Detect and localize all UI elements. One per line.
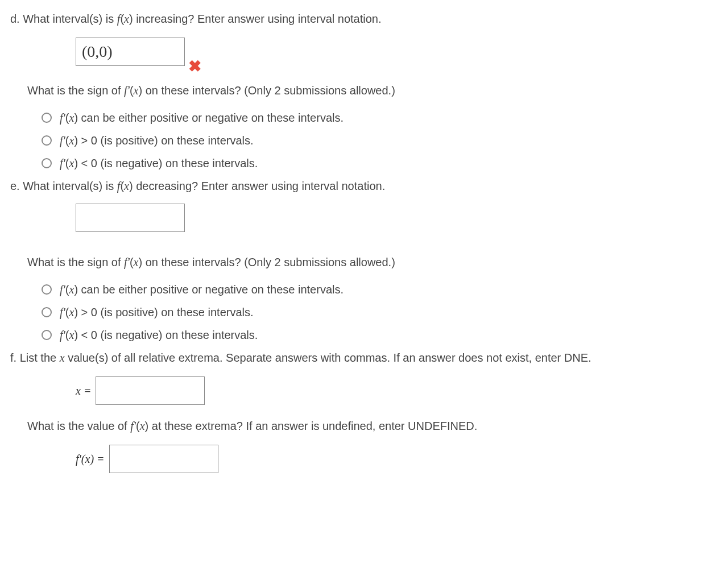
question-f-x-label: x =: [76, 382, 91, 399]
question-e: e. What interval(s) is f(x) decreasing? …: [10, 177, 718, 343]
question-e-option-1-label: f'(x) can be either positive or negative…: [60, 281, 344, 298]
radio-icon: [42, 284, 52, 295]
question-f-x-row: x =: [76, 376, 718, 405]
question-e-radio-group: f'(x) can be either positive or negative…: [42, 281, 718, 343]
question-d-option-1-label: f'(x) can be either positive or negative…: [60, 109, 344, 126]
radio-icon: [42, 158, 52, 168]
question-f: f. List the x value(s) of all relative e…: [10, 349, 718, 473]
question-d-answer-row: (0,0) ✖: [76, 38, 718, 66]
question-f-sub-question: What is the value of f'(x) at these extr…: [27, 417, 718, 434]
incorrect-icon: ✖: [188, 55, 201, 78]
question-f-x-input[interactable]: [96, 376, 205, 405]
question-d-option-2[interactable]: f'(x) > 0 (is positive) on these interva…: [42, 132, 718, 149]
question-d: d. What interval(s) is f(x) increasing? …: [10, 10, 718, 172]
question-f-text: f. List the x value(s) of all relative e…: [10, 349, 718, 366]
question-e-option-2[interactable]: f'(x) > 0 (is positive) on these interva…: [42, 304, 718, 321]
question-f-fprime-input[interactable]: [109, 445, 218, 473]
question-d-option-2-label: f'(x) > 0 (is positive) on these interva…: [60, 132, 254, 149]
question-f-fprime-label: f'(x) =: [76, 450, 105, 467]
question-d-option-3-label: f'(x) < 0 (is negative) on these interva…: [60, 155, 258, 172]
question-d-radio-group: f'(x) can be either positive or negative…: [42, 109, 718, 172]
question-e-sub-question: What is the sign of f'(x) on these inter…: [27, 254, 718, 271]
question-e-answer-row: [76, 204, 718, 237]
question-e-option-3-label: f'(x) < 0 (is negative) on these interva…: [60, 326, 258, 343]
question-e-option-1[interactable]: f'(x) can be either positive or negative…: [42, 281, 718, 298]
radio-icon: [42, 113, 52, 123]
radio-icon: [42, 307, 52, 317]
question-d-answer-input[interactable]: (0,0): [76, 38, 185, 66]
question-d-text: d. What interval(s) is f(x) increasing? …: [10, 10, 718, 27]
question-f-fprime-row: f'(x) =: [76, 445, 718, 473]
question-d-sub-question: What is the sign of f'(x) on these inter…: [27, 82, 718, 99]
radio-icon: [42, 330, 52, 340]
question-d-option-3[interactable]: f'(x) < 0 (is negative) on these interva…: [42, 155, 718, 172]
radio-icon: [42, 135, 52, 146]
question-e-text: e. What interval(s) is f(x) decreasing? …: [10, 177, 718, 194]
question-e-option-3[interactable]: f'(x) < 0 (is negative) on these interva…: [42, 326, 718, 343]
question-d-option-1[interactable]: f'(x) can be either positive or negative…: [42, 109, 718, 126]
question-e-option-2-label: f'(x) > 0 (is positive) on these interva…: [60, 304, 254, 321]
question-e-answer-input[interactable]: [76, 204, 185, 232]
